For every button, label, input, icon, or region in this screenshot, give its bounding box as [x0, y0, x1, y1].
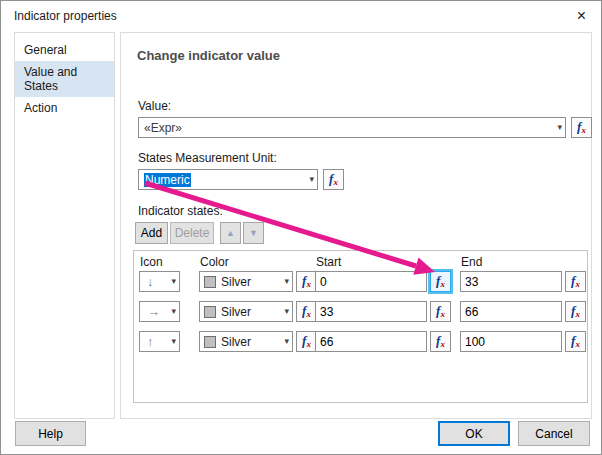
measurement-unit-dropdown[interactable]: Numeric ▾ — [138, 169, 318, 190]
chevron-down-icon: ▾ — [171, 306, 176, 316]
chevron-down-icon: ▾ — [171, 276, 176, 286]
end-input[interactable] — [460, 301, 562, 322]
start-input[interactable] — [315, 271, 427, 292]
chevron-down-icon: ▾ — [309, 174, 314, 184]
color-dropdown[interactable]: Silver ▾ — [199, 301, 293, 322]
column-header-icon: Icon — [140, 255, 163, 269]
add-button[interactable]: Add — [135, 222, 168, 244]
fx-x-glyph: x — [306, 279, 311, 289]
end-expression-button[interactable]: fx — [565, 331, 586, 352]
sidebar-item-value-and-states[interactable]: Value and States — [15, 61, 114, 97]
fx-x-glyph: x — [306, 339, 311, 349]
end-input[interactable] — [460, 331, 562, 352]
chevron-down-icon: ▾ — [171, 336, 176, 346]
column-header-end: End — [461, 255, 482, 269]
start-expression-button[interactable]: fx — [430, 301, 451, 322]
color-dropdown[interactable]: Silver ▾ — [199, 271, 293, 292]
icon-dropdown[interactable]: ↑ ▾ — [139, 331, 180, 352]
fx-x-glyph: x — [440, 339, 445, 349]
column-header-start: Start — [316, 255, 341, 269]
color-dropdown[interactable]: Silver ▾ — [199, 331, 293, 352]
sidebar-item-general[interactable]: General — [15, 39, 114, 61]
chevron-down-icon: ▾ — [284, 336, 289, 346]
icon-dropdown[interactable]: → ▾ — [139, 301, 180, 322]
help-button[interactable]: Help — [15, 421, 86, 446]
start-expression-button[interactable]: fx — [430, 331, 451, 352]
table-row: ↓ ▾ Silver ▾ fx fx fx — [134, 271, 587, 292]
fx-x-glyph: x — [333, 177, 338, 187]
start-input[interactable] — [315, 331, 427, 352]
end-expression-button[interactable]: fx — [565, 301, 586, 322]
fx-x-glyph: x — [581, 125, 586, 135]
end-input[interactable] — [460, 271, 562, 292]
fx-x-glyph: x — [440, 309, 445, 319]
delete-button[interactable]: Delete — [170, 222, 214, 244]
ok-button[interactable]: OK — [438, 421, 510, 446]
right-arrow-icon: → — [147, 304, 160, 319]
fx-x-glyph: x — [575, 279, 580, 289]
table-row: → ▾ Silver ▾ fx fx fx — [134, 301, 587, 322]
move-up-icon: ▲ — [226, 228, 235, 238]
fx-x-glyph: x — [575, 339, 580, 349]
column-header-color: Color — [200, 255, 229, 269]
move-down-icon: ▼ — [249, 228, 258, 238]
value-expression-button[interactable]: fx — [571, 117, 592, 138]
page-title: Change indicator value — [137, 48, 280, 63]
value-label: Value: — [138, 99, 171, 113]
up-arrow-icon: ↑ — [147, 334, 154, 349]
chevron-down-icon: ▾ — [284, 306, 289, 316]
color-swatch — [204, 276, 216, 288]
color-name: Silver — [221, 305, 251, 319]
icon-dropdown[interactable]: ↓ ▾ — [139, 271, 180, 292]
value-dropdown-text: «Expr» — [144, 121, 549, 135]
fx-x-glyph: x — [575, 309, 580, 319]
color-expression-button[interactable]: fx — [296, 271, 317, 292]
move-up-button[interactable]: ▲ — [220, 222, 241, 244]
end-expression-button[interactable]: fx — [565, 271, 586, 292]
selected-text: Numeric — [144, 173, 191, 187]
close-icon[interactable]: × — [577, 6, 586, 26]
color-expression-button[interactable]: fx — [296, 331, 317, 352]
title-bar: Indicator properties × — [1, 1, 601, 31]
measurement-unit-text: Numeric — [144, 173, 301, 187]
move-down-button[interactable]: ▼ — [243, 222, 264, 244]
color-name: Silver — [221, 275, 251, 289]
chevron-down-icon: ▾ — [557, 122, 562, 132]
down-arrow-icon: ↓ — [147, 274, 154, 289]
indicator-states-table: Icon Color Start End ↓ ▾ Silver ▾ fx fx — [133, 250, 588, 403]
fx-x-glyph: x — [440, 279, 445, 289]
indicator-properties-dialog: Indicator properties × General Value and… — [0, 0, 602, 455]
color-expression-button[interactable]: fx — [296, 301, 317, 322]
chevron-down-icon: ▾ — [284, 276, 289, 286]
sidebar-item-action[interactable]: Action — [15, 97, 114, 119]
start-expression-button[interactable]: fx — [430, 271, 451, 292]
table-row: ↑ ▾ Silver ▾ fx fx fx — [134, 331, 587, 352]
cancel-button[interactable]: Cancel — [518, 421, 590, 446]
color-name: Silver — [221, 335, 251, 349]
start-input[interactable] — [315, 301, 427, 322]
main-panel: Change indicator value Value: «Expr» ▾ f… — [120, 32, 592, 419]
value-dropdown[interactable]: «Expr» ▾ — [138, 117, 566, 138]
color-swatch — [204, 306, 216, 318]
unit-expression-button[interactable]: fx — [323, 169, 344, 190]
sidebar: General Value and States Action — [14, 32, 115, 419]
dialog-title: Indicator properties — [14, 9, 117, 23]
fx-x-glyph: x — [306, 309, 311, 319]
indicator-states-label: Indicator states: — [138, 204, 223, 218]
measurement-unit-label: States Measurement Unit: — [138, 151, 277, 165]
color-swatch — [204, 336, 216, 348]
